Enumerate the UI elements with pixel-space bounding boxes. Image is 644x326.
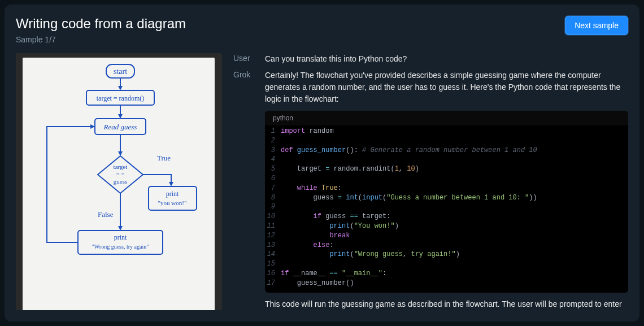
node-target: target = random(): [97, 94, 145, 102]
app-card: Writing code from a diagram Sample 1/7 N…: [5, 5, 639, 321]
sample-counter: Sample 1/7: [16, 35, 186, 44]
node-win-2: "you won!": [158, 199, 187, 206]
grok-outro-text: This code will run the guessing game as …: [265, 298, 628, 310]
chat-pane: User Can you translate this into Python …: [233, 53, 628, 310]
title-block: Writing code from a diagram Sample 1/7: [16, 16, 186, 44]
node-read: Read guess: [103, 123, 137, 131]
chat-message-grok: Grok Certainly! The flowchart you've pro…: [233, 69, 628, 310]
node-lose-1: print: [114, 233, 127, 241]
node-lose-2: "Wrong guess, try again": [92, 244, 149, 250]
whiteboard-diagram: start target = random() Read guess: [16, 53, 222, 310]
node-win-1: print: [166, 190, 179, 198]
code-body: 1import random 2 3def guess_number(): # …: [265, 125, 628, 293]
page-title: Writing code from a diagram: [16, 16, 186, 32]
grok-intro-text: Certainly! The flowchart you've provided…: [265, 69, 628, 105]
role-label-grok: Grok: [233, 69, 255, 79]
node-decision-2: = =: [116, 171, 124, 177]
user-message-text: Can you translate this into Python code?: [265, 53, 628, 65]
label-false: False: [98, 210, 114, 219]
diagram-pane: start target = random() Read guess: [16, 53, 222, 310]
code-language-label: python: [265, 111, 628, 125]
code-block: python 1import random 2 3def guess_numbe…: [265, 111, 628, 293]
label-true: True: [157, 154, 171, 162]
node-start: start: [114, 67, 127, 76]
content-row: start target = random() Read guess: [16, 53, 628, 310]
node-decision-1: target: [114, 163, 128, 170]
header: Writing code from a diagram Sample 1/7 N…: [16, 16, 628, 44]
chat-message-user: User Can you translate this into Python …: [233, 53, 628, 65]
next-sample-button[interactable]: Next sample: [565, 16, 628, 35]
role-label-user: User: [233, 53, 255, 63]
grok-message-content: Certainly! The flowchart you've provided…: [265, 69, 628, 310]
node-decision-3: guess: [114, 178, 127, 185]
